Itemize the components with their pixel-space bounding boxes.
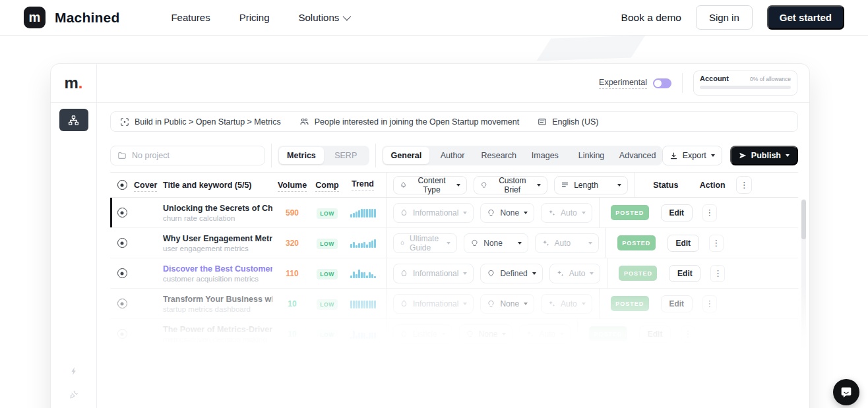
table-row[interactable]: Unlocking the Secrets of Churn Rat churn… — [110, 198, 798, 228]
tab-advanced[interactable]: Advanced — [615, 147, 661, 164]
content-type-filter[interactable]: Content Type — [393, 176, 467, 194]
view-metrics[interactable]: Metrics — [279, 147, 323, 164]
custom-brief-select[interactable]: Defined — [480, 264, 542, 283]
article-title[interactable]: The Power of Metrics-Driven Decis — [163, 325, 272, 334]
sparkle-icon — [556, 269, 565, 277]
get-started-button[interactable]: Get started — [767, 5, 844, 30]
tab-research[interactable]: Research — [476, 147, 522, 164]
header-trend[interactable]: Trend — [352, 179, 374, 190]
sitemap-nav-button[interactable] — [59, 109, 88, 131]
plug-sidebar-button[interactable] — [69, 390, 78, 402]
caret-down-icon — [711, 154, 715, 157]
tab-author[interactable]: Author — [429, 147, 476, 164]
custom-brief-select[interactable]: None — [459, 324, 513, 344]
header-cover[interactable]: Cover — [134, 181, 157, 192]
row-menu-button[interactable]: ⋮ — [681, 326, 695, 343]
content-type-value: Informational — [413, 208, 458, 218]
custom-brief-value: None — [500, 208, 519, 218]
content-type-select[interactable]: Informational — [393, 264, 474, 283]
machined-logo-icon: m — [24, 7, 46, 28]
breadcrumb-path: Build in Public > Open Startup > Metrics — [135, 117, 281, 127]
edit-button[interactable]: Edit — [639, 326, 671, 343]
header-volume[interactable]: Volume — [278, 181, 307, 192]
table-row[interactable]: Discover the Best Customer Acquis custom… — [110, 258, 798, 289]
article-title[interactable]: Why User Engagement Metrics Mat — [163, 234, 272, 243]
scrollbar-thumb[interactable] — [801, 200, 806, 239]
tab-general[interactable]: General — [383, 147, 429, 164]
article-title[interactable]: Transform Your Business with a Sm — [163, 295, 272, 304]
project-input[interactable]: No project — [110, 146, 265, 165]
table-scrollbar[interactable] — [801, 199, 806, 349]
content-type-select[interactable]: Listicle — [393, 324, 452, 344]
caret-down-icon — [456, 184, 460, 187]
articles-table: Cover Title and keyword (5/5) Volume Com… — [110, 172, 798, 349]
breadcrumb[interactable]: Build in Public > Open Startup > Metrics — [120, 117, 281, 127]
nav-item-label: Features — [171, 12, 210, 23]
header-menu-button[interactable]: ⋮ — [736, 176, 752, 194]
edit-button[interactable]: Edit — [661, 204, 693, 221]
lightbulb-icon — [480, 181, 487, 189]
length-select[interactable]: Auto — [535, 233, 599, 253]
row-menu-button[interactable]: ⋮ — [709, 235, 724, 252]
background-decoration — [537, 36, 646, 61]
length-value: Auto — [569, 269, 586, 278]
edit-button[interactable]: Edit — [667, 235, 699, 252]
audience-info[interactable]: People interested in joining the Open St… — [299, 117, 520, 127]
book-demo-link[interactable]: Book a demo — [621, 12, 681, 24]
row-select-icon[interactable] — [117, 238, 127, 248]
row-select-icon[interactable] — [117, 268, 127, 278]
account-allowance-card[interactable]: Account 0% of allowance — [693, 71, 797, 96]
row-menu-button[interactable]: ⋮ — [702, 204, 717, 221]
status-badge: POSTED — [619, 266, 657, 281]
tab-linking[interactable]: Linking — [568, 147, 614, 164]
tab-images[interactable]: Images — [522, 147, 568, 164]
sign-in-button[interactable]: Sign in — [696, 5, 753, 30]
brand-group[interactable]: m Machined — [24, 7, 119, 28]
table-row[interactable]: Transform Your Business with a Sm startu… — [110, 289, 798, 319]
app-window: m. Experimental Account 0% of allowance — [50, 63, 810, 408]
custom-brief-select[interactable]: None — [464, 233, 528, 253]
custom-brief-select[interactable]: None — [480, 294, 534, 314]
select-all-icon[interactable] — [117, 180, 127, 190]
edit-button[interactable]: Edit — [669, 265, 700, 282]
nav-item-solutions[interactable]: Solutions — [299, 12, 350, 23]
trend-sparkline — [350, 299, 376, 308]
publish-button[interactable]: Publish — [730, 146, 798, 165]
row-select-icon[interactable] — [117, 329, 127, 339]
content-type-select[interactable]: Informational — [393, 203, 474, 223]
view-serp[interactable]: SERP — [324, 147, 368, 164]
length-filter[interactable]: Length — [554, 176, 628, 194]
edit-button[interactable]: Edit — [661, 295, 693, 312]
caret-down-icon — [524, 303, 528, 305]
row-menu-button[interactable]: ⋮ — [710, 265, 725, 282]
article-keyword: user engagement metrics — [163, 245, 272, 252]
table-row[interactable]: Why User Engagement Metrics Mat user eng… — [110, 228, 798, 258]
length-select[interactable]: Auto — [549, 264, 601, 283]
custom-brief-select[interactable]: None — [480, 203, 534, 223]
top-navbar: m Machined Features Pricing Solutions Bo… — [0, 0, 868, 36]
content-type-select[interactable]: Informational — [393, 294, 474, 314]
custom-brief-filter[interactable]: Custom Brief — [474, 176, 547, 194]
row-select-icon[interactable] — [117, 208, 127, 218]
volume-value: 110 — [272, 269, 312, 278]
content-type-select[interactable]: Ultimate Guide — [393, 233, 457, 253]
article-title[interactable]: Discover the Best Customer Acquis — [163, 264, 272, 274]
article-title[interactable]: Unlocking the Secrets of Churn Rat — [163, 204, 272, 213]
row-select-icon[interactable] — [117, 299, 127, 308]
lightbulb-icon — [487, 208, 495, 217]
chat-widget-button[interactable] — [833, 379, 859, 405]
experimental-toggle[interactable] — [653, 78, 671, 88]
length-select[interactable]: Auto — [541, 294, 592, 314]
language-selector[interactable]: English (US) — [538, 117, 598, 127]
lightning-sidebar-button[interactable] — [69, 366, 78, 379]
header-comp[interactable]: Comp — [315, 181, 338, 192]
competition-badge: LOW — [317, 208, 338, 219]
length-select[interactable]: Auto — [519, 324, 571, 344]
row-menu-button[interactable]: ⋮ — [702, 295, 717, 312]
length-select[interactable]: Auto — [541, 203, 592, 223]
table-row[interactable]: The Power of Metrics-Driven Decis metric… — [110, 319, 798, 349]
nav-item-pricing[interactable]: Pricing — [239, 12, 270, 23]
volume-value: 10 — [272, 299, 312, 308]
export-button[interactable]: Export — [662, 146, 722, 165]
nav-item-features[interactable]: Features — [171, 12, 210, 23]
